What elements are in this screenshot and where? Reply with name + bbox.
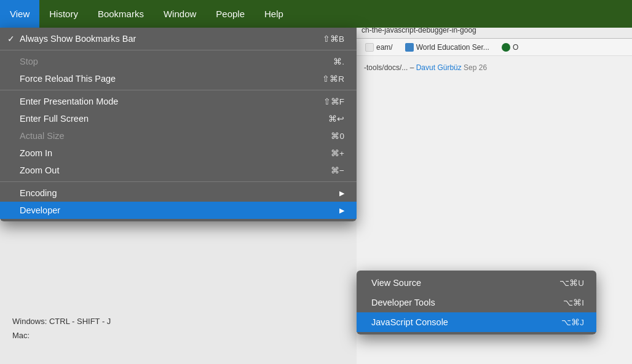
menubar-item-window[interactable]: Window [154,0,206,28]
menu-item-presentation-mode[interactable]: Enter Presentation Mode ⇧⌘F [0,93,357,110]
browser-content-area: -tools/docs/... – Davut Gürbüz Sep 26 [357,56,632,82]
windows-shortcut-text: Windows: CTRL - SHIFT - J [12,317,344,326]
menu-item-stop: Stop ⌘. [0,53,357,70]
bookmark-item-3[interactable]: O [498,42,522,53]
menubar-item-view[interactable]: View [0,0,39,28]
content-date: Sep 26 [464,63,487,72]
menu-item-zoom-in[interactable]: Zoom In ⌘+ [0,144,357,162]
menubar-item-bookmarks[interactable]: Bookmarks [88,0,154,28]
menu-item-always-show-bookmarks[interactable]: ✓ Always Show Bookmarks Bar ⇧⌘B [0,30,357,47]
separator-3 [0,181,357,182]
bookmark-item-1[interactable]: eam/ [361,42,397,53]
menu-item-developer[interactable]: Developer ▶ [0,202,357,219]
separator-2 [0,90,357,90]
checkmark-icon: ✓ [7,34,15,44]
bookmark-favicon-2 [405,43,414,52]
developer-submenu: View Source ⌥⌘U Developer Tools ⌥⌘I Java… [357,271,596,334]
separator-1 [0,50,357,50]
menubar-item-people[interactable]: People [206,0,255,28]
menu-item-zoom-out[interactable]: Zoom Out ⌘− [0,162,357,179]
bookmarks-bar: eam/ World Education Ser... O [357,39,632,56]
submenu-arrow-developer: ▶ [339,207,344,215]
content-url: -tools/docs/... – Davut Gürbüz Sep 26 [364,63,625,72]
menu-item-actual-size: Actual Size ⌘0 [0,127,357,144]
bookmark-favicon-3 [502,43,510,52]
menu-item-force-reload[interactable]: Force Reload This Page ⇧⌘R [0,70,357,87]
menu-item-encoding[interactable]: Encoding ▶ [0,184,357,202]
submenu-item-view-source[interactable]: View Source ⌥⌘U [357,273,596,293]
view-dropdown-menu: ✓ Always Show Bookmarks Bar ⇧⌘B Stop ⌘. … [0,28,357,221]
content-author-link[interactable]: Davut Gürbüz [416,63,462,72]
menubar: View History Bookmarks Window People Hel… [0,0,632,28]
submenu-item-javascript-console[interactable]: JavaScript Console ⌥⌘J [357,312,596,332]
menubar-item-help[interactable]: Help [255,0,293,28]
mac-shortcut-text: Mac: [12,331,344,340]
submenu-item-developer-tools[interactable]: Developer Tools ⌥⌘I [357,293,596,312]
menubar-item-history[interactable]: History [39,0,88,28]
menu-item-full-screen[interactable]: Enter Full Screen ⌘↩ [0,110,357,127]
submenu-arrow-encoding: ▶ [339,189,344,197]
bookmark-favicon-1 [365,43,374,52]
bookmark-item-2[interactable]: World Education Ser... [401,42,493,53]
